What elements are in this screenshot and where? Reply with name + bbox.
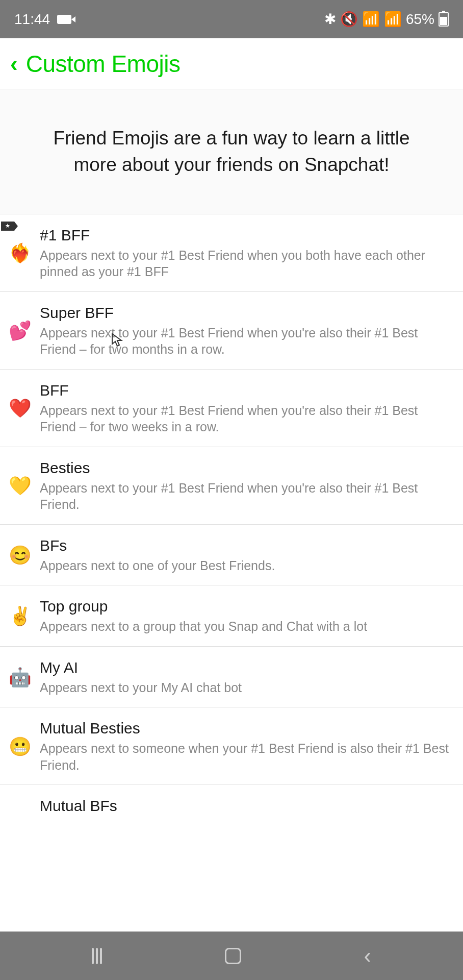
- item-desc: Appears next to a group that you Snap an…: [40, 618, 450, 635]
- item-desc: Appears next to someone when your #1 Bes…: [40, 740, 450, 773]
- emoji-icon: 💛: [9, 475, 31, 497]
- nav-back-button[interactable]: ‹: [364, 944, 371, 968]
- bluetooth-icon: ✱: [324, 11, 336, 28]
- mute-icon: 🔇: [340, 11, 358, 28]
- home-button[interactable]: [225, 948, 241, 964]
- camera-icon: [57, 15, 71, 24]
- status-right: ✱ 🔇 📶 📶 65%: [324, 11, 449, 28]
- list-item-bff[interactable]: ❤️ BFF Appears next to your #1 Best Frie…: [0, 370, 463, 447]
- list-item-my-ai[interactable]: 🤖 My AI Appears next to your My AI chat …: [0, 647, 463, 708]
- battery-percent: 65%: [406, 11, 434, 28]
- list-item-besties[interactable]: 💛 Besties Appears next to your #1 Best F…: [0, 447, 463, 525]
- item-desc: Appears next to your #1 Best Friend when…: [40, 480, 450, 513]
- status-bar: 11:44 ✱ 🔇 📶 📶 65%: [0, 0, 463, 38]
- emoji-icon: [9, 797, 31, 818]
- back-button[interactable]: ‹: [10, 53, 18, 75]
- item-desc: Appears next to your #1 Best Friend when…: [40, 325, 450, 358]
- battery-icon: [439, 12, 449, 27]
- header: ‹ Custom Emojis: [0, 38, 463, 89]
- list-item-mutual-bfs[interactable]: Mutual BFs: [0, 785, 463, 818]
- item-title: My AI: [40, 659, 450, 676]
- item-desc: Appears next to your #1 Best Friend when…: [40, 247, 450, 280]
- status-time: 11:44: [14, 11, 50, 28]
- intro-text: Friend Emojis are a fun way to learn a l…: [31, 125, 432, 178]
- intro-section: Friend Emojis are a fun way to learn a l…: [0, 89, 463, 214]
- pin-badge-icon: ★: [1, 222, 14, 231]
- emoji-icon: 😊: [9, 545, 31, 566]
- item-title: #1 BFF: [40, 227, 450, 244]
- page-title: Custom Emojis: [26, 50, 181, 78]
- item-title: BFs: [40, 537, 450, 554]
- recent-apps-button[interactable]: [92, 948, 102, 964]
- emoji-icon: ❤️‍🔥: [9, 242, 31, 264]
- list-item-super-bff[interactable]: 💕 Super BFF Appears next to your #1 Best…: [0, 292, 463, 370]
- status-left: 11:44: [14, 11, 71, 28]
- item-title: BFF: [40, 382, 450, 399]
- list-item-top-group[interactable]: ✌️ Top group Appears next to a group tha…: [0, 585, 463, 647]
- emoji-list: ★ ❤️‍🔥 #1 BFF Appears next to your #1 Be…: [0, 214, 463, 818]
- emoji-icon: ❤️: [9, 398, 31, 419]
- item-desc: Appears next to one of your Best Friends…: [40, 557, 450, 574]
- item-desc: Appears next to your My AI chat bot: [40, 679, 450, 696]
- navigation-bar: ‹: [0, 932, 463, 980]
- emoji-icon: 💕: [9, 320, 31, 341]
- item-title: Mutual BFs: [40, 797, 450, 815]
- emoji-icon: 😬: [9, 736, 31, 757]
- item-title: Top group: [40, 598, 450, 615]
- list-item-bfs[interactable]: 😊 BFs Appears next to one of your Best F…: [0, 525, 463, 586]
- emoji-icon: ✌️: [9, 605, 31, 627]
- item-title: Super BFF: [40, 304, 450, 322]
- content-area: Friend Emojis are a fun way to learn a l…: [0, 89, 463, 932]
- item-desc: Appears next to your #1 Best Friend when…: [40, 402, 450, 435]
- item-title: Besties: [40, 459, 450, 477]
- list-item-1-bff[interactable]: ★ ❤️‍🔥 #1 BFF Appears next to your #1 Be…: [0, 214, 463, 292]
- signal-icon: 📶: [384, 11, 402, 28]
- item-title: Mutual Besties: [40, 720, 450, 737]
- list-item-mutual-besties[interactable]: 😬 Mutual Besties Appears next to someone…: [0, 707, 463, 785]
- emoji-icon: 🤖: [9, 667, 31, 688]
- wifi-icon: 📶: [362, 11, 380, 28]
